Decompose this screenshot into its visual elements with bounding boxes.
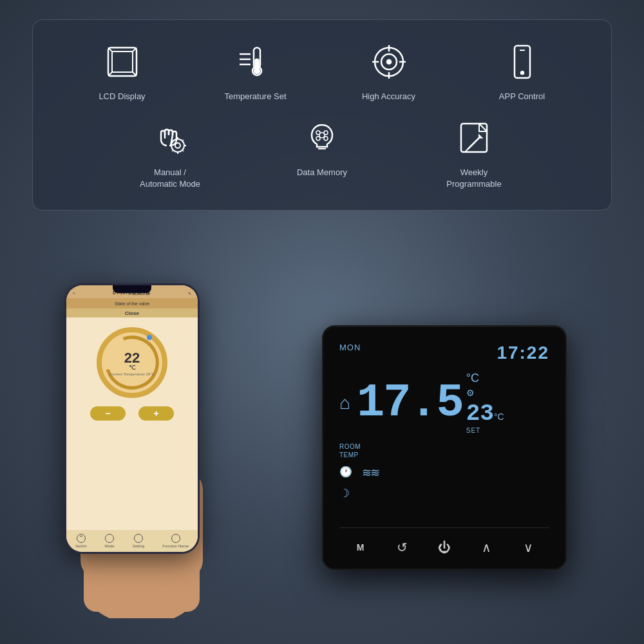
thermo-time: 17:22 (497, 343, 549, 363)
hand-area: < DY-107采暖温控器 ✎ State of the valve Close (45, 277, 238, 618)
thermo-home-icon: ⌂ (339, 393, 350, 413)
feature-app-control: APP Control (459, 39, 585, 102)
data-memory-label: Data Memory (297, 167, 347, 178)
thermo-up-btn[interactable]: ∧ (475, 536, 498, 559)
app-control-label: APP Control (499, 91, 545, 102)
thermo-set-temp: 23 (466, 401, 494, 427)
phone-valve-label: State of the valve (115, 301, 149, 306)
thermo-heat-icon: ≋≋ (362, 466, 379, 480)
svg-line-37 (468, 138, 479, 149)
manual-auto-icon (147, 115, 193, 160)
phone-footer-mode[interactable]: Mode (105, 534, 115, 548)
app-control-icon (500, 39, 545, 84)
data-memory-icon (299, 115, 345, 160)
bottom-section: < DY-107采暖温控器 ✎ State of the valve Close (32, 270, 612, 625)
svg-point-33 (324, 137, 328, 140)
svg-point-20 (175, 143, 180, 148)
phone-temp-unit: ℃ (129, 364, 136, 371)
svg-point-31 (324, 131, 328, 135)
phone-notch (113, 285, 151, 293)
features-grid-top: LCD Display Temperature Set (59, 39, 585, 102)
thermo-clock-icon: 🕐 (339, 466, 352, 480)
thermo-right-info: °C ⚙ 23 °C SET (466, 372, 504, 434)
phone-footer-function[interactable]: Function Name (162, 534, 189, 548)
thermo-mode-btn[interactable]: M (349, 536, 372, 559)
thermo-top-row: MON 17:22 (339, 343, 549, 363)
phone-minus-btn[interactable]: − (90, 406, 126, 421)
phone-footer-nav: Switch Mode Setting Function Name (66, 530, 198, 552)
weekly-programmable-label: WeeklyProgrammable (446, 167, 501, 190)
phone-device: < DY-107采暖温控器 ✎ State of the valve Close (64, 283, 200, 554)
feature-manual-auto: Manual /Automatic Mode (97, 115, 243, 190)
high-accuracy-icon (366, 39, 412, 84)
thermo-buttons: M ↺ ⏻ ∧ ∨ (339, 527, 549, 559)
manual-auto-label: Manual /Automatic Mode (140, 167, 200, 190)
thermo-icons-row: 🕐 ≋≋ (339, 466, 379, 480)
phone-dial-area: 22 ℃ Current Temperature 29°C − + (66, 317, 198, 530)
thermo-current-unit: °C (466, 372, 479, 385)
phone-control-buttons: − + (90, 406, 174, 421)
thermo-bottom-left: ROOMTEMP 🕐 ≋≋ ☽ (339, 442, 379, 500)
svg-point-11 (387, 60, 391, 64)
feature-data-memory: Data Memory (249, 115, 395, 190)
thermostat-container: MON 17:22 ⌂ 17.5 °C ⚙ 23 °C (277, 325, 612, 570)
phone-footer-switch[interactable]: Switch (75, 534, 87, 548)
svg-line-28 (182, 140, 184, 141)
thermo-back-btn[interactable]: ↺ (391, 536, 414, 559)
thermo-set-label: SET (466, 427, 480, 434)
svg-point-18 (521, 71, 524, 74)
phone-container: < DY-107采暖温控器 ✎ State of the valve Close (32, 277, 251, 618)
svg-point-32 (316, 137, 320, 140)
feature-lcd-display: LCD Display (59, 39, 185, 102)
temperature-set-icon (233, 39, 278, 84)
thermostat-device: MON 17:22 ⌂ 17.5 °C ⚙ 23 °C (322, 325, 567, 570)
temperature-set-label: Temperature Set (224, 91, 286, 102)
svg-line-27 (172, 150, 173, 151)
feature-temperature-set: Temperature Set (192, 39, 319, 102)
features-grid-bottom: Manual /Automatic Mode Data Memory (59, 115, 585, 190)
thermo-display: MON 17:22 ⌂ 17.5 °C ⚙ 23 °C (339, 343, 549, 522)
phone-dial-ring: 22 ℃ Current Temperature 29°C (97, 327, 167, 398)
lcd-display-label: LCD Display (99, 91, 145, 102)
svg-rect-1 (112, 52, 133, 72)
phone-current-temp-label: Current Temperature 29°C (109, 372, 155, 376)
svg-line-26 (182, 150, 184, 151)
high-accuracy-label: High Accuracy (362, 91, 415, 102)
thermo-info-section: ROOMTEMP 🕐 ≋≋ ☽ (339, 442, 549, 500)
thermo-set-unit: °C (494, 412, 504, 422)
svg-point-30 (316, 131, 320, 135)
feature-weekly-programmable: WeeklyProgrammable (401, 115, 547, 190)
phone-valve-value: Close (125, 310, 139, 316)
thermo-moon-icon: ☽ (339, 486, 379, 500)
phone-footer-setting[interactable]: Setting (133, 534, 145, 548)
thermo-power-btn[interactable]: ⏻ (433, 536, 456, 559)
phone-plus-btn[interactable]: + (138, 406, 174, 421)
thermo-down-btn[interactable]: ∨ (516, 536, 540, 559)
weekly-programmable-icon (451, 115, 497, 160)
phone-dial: 22 ℃ Current Temperature 29°C (97, 327, 167, 398)
features-card: LCD Display Temperature Set (32, 19, 612, 211)
thermo-current-temp: 17.5 (357, 380, 463, 426)
svg-point-8 (254, 68, 260, 73)
thermo-room-temp-label: ROOMTEMP (339, 442, 379, 459)
lcd-display-icon (100, 39, 145, 84)
thermo-day: MON (339, 343, 361, 352)
phone-screen: < DY-107采暖温控器 ✎ State of the valve Close (66, 285, 198, 552)
thermo-gear-icon: ⚙ (466, 388, 475, 398)
feature-high-accuracy: High Accuracy (325, 39, 452, 102)
